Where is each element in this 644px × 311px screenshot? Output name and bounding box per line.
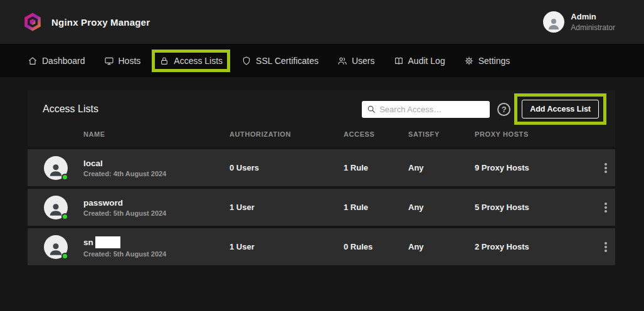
access-cell: 1 Rule [344,203,408,212]
menu-cell [596,246,615,248]
user-avatar[interactable] [543,11,564,33]
nav-item-ssl-certificates[interactable]: SSL Certificates [241,56,319,66]
nav-item-audit-log[interactable]: Audit Log [394,56,445,66]
row-name: password [83,198,123,208]
card-header: Access Lists Add Access List [28,90,615,127]
proxy-hosts-cell: 9 Proxy Hosts [475,163,596,172]
avatar [44,196,68,219]
satisfy-cell: Any [408,163,475,172]
redaction-box [95,236,120,248]
menu-cell [596,206,615,209]
nav-item-label: SSL Certificates [256,56,319,66]
column-header-proxy-hosts: PROXY HOSTS [475,130,596,138]
user-text: Admin Administrator [571,11,615,33]
app-window: Nginx Proxy Manager Admin Administrator … [0,0,644,311]
nav-item-settings[interactable]: Settings [464,56,510,66]
row-created: Created: 5th August 2024 [83,209,230,217]
nav-item-label: Dashboard [42,56,85,66]
nav-item-label: Access Lists [174,56,223,66]
avatar-cell [28,156,83,180]
nav-item-users[interactable]: Users [337,56,375,66]
table-row[interactable]: password Created: 5th August 2024 1 User… [28,186,615,226]
user-name: Admin [571,11,615,23]
kebab-menu-icon[interactable] [604,246,607,248]
search-icon [367,105,376,113]
access-lists-card: Access Lists Add Access List NAME AU [28,90,615,265]
nav-item-dashboard[interactable]: Dashboard [28,56,85,66]
search-input[interactable] [379,105,485,114]
status-dot [61,174,68,181]
users-icon [337,56,347,66]
authorization-cell: 1 User [230,242,344,251]
card-actions: Add Access List [362,100,605,119]
search-box [362,101,490,118]
column-header-authorization: AUTHORIZATION [230,130,344,138]
name-cell: password Created: 5th August 2024 [83,198,230,217]
access-cell: 1 Rule [344,163,408,172]
help-icon[interactable] [497,103,510,116]
nav-item-label: Settings [478,56,510,66]
avatar-cell [28,196,83,219]
table-row[interactable]: sn Created: 5th August 2024 1 User 0 Rul… [28,226,615,265]
name-cell: local Created: 4th August 2024 [83,159,230,177]
app-title: Nginx Proxy Manager [51,17,150,28]
access-cell: 0 Rules [344,242,408,251]
column-header-satisfy: SATISFY [408,130,475,138]
book-icon [394,56,404,66]
column-header-name: NAME [83,130,230,138]
add-button-wrap: Add Access List [522,100,599,119]
authorization-cell: 0 Users [230,163,344,172]
lock-icon [159,56,169,66]
page-title: Access Lists [43,103,98,115]
satisfy-cell: Any [408,242,475,251]
add-access-list-button[interactable]: Add Access List [522,100,599,119]
status-dot [61,213,68,220]
menu-cell [596,167,615,169]
row-name: local [83,159,103,168]
monitor-icon [104,56,114,66]
column-header-access: ACCESS [344,130,408,138]
nav-item-hosts[interactable]: Hosts [104,56,141,66]
table-header: NAME AUTHORIZATION ACCESS SATISFY PROXY … [28,127,615,147]
nav-item-label: Users [352,56,375,66]
kebab-menu-icon[interactable] [604,167,607,169]
satisfy-cell: Any [408,203,475,212]
authorization-cell: 1 User [230,203,344,212]
proxy-hosts-cell: 5 Proxy Hosts [475,203,596,212]
nav-item-access-lists[interactable]: Access Lists [159,56,223,66]
app-header: Nginx Proxy Manager Admin Administrator [0,0,644,44]
status-dot [61,253,68,260]
row-created: Created: 4th August 2024 [83,170,230,177]
row-created: Created: 5th August 2024 [83,250,230,258]
shield-icon [241,56,251,66]
nav-item-label: Hosts [119,56,141,66]
avatar [44,156,68,180]
home-icon [28,56,38,66]
user-menu[interactable]: Admin Administrator [543,11,615,33]
proxy-hosts-cell: 2 Proxy Hosts [475,242,596,251]
avatar-cell [28,235,83,259]
name-cell: sn Created: 5th August 2024 [83,236,230,258]
row-name: sn [83,238,93,247]
app-logo-icon [23,12,43,32]
nav-item-label: Audit Log [408,56,445,66]
avatar [44,235,68,259]
main-nav: Dashboard Hosts Access Lists SSL Certifi… [0,44,644,77]
kebab-menu-icon[interactable] [604,206,607,209]
user-role: Administrator [571,23,615,33]
table-row[interactable]: local Created: 4th August 2024 0 Users 1… [28,147,615,186]
main-content: Access Lists Add Access List NAME AU [0,77,644,311]
person-icon [546,16,561,31]
gear-icon [464,56,474,66]
